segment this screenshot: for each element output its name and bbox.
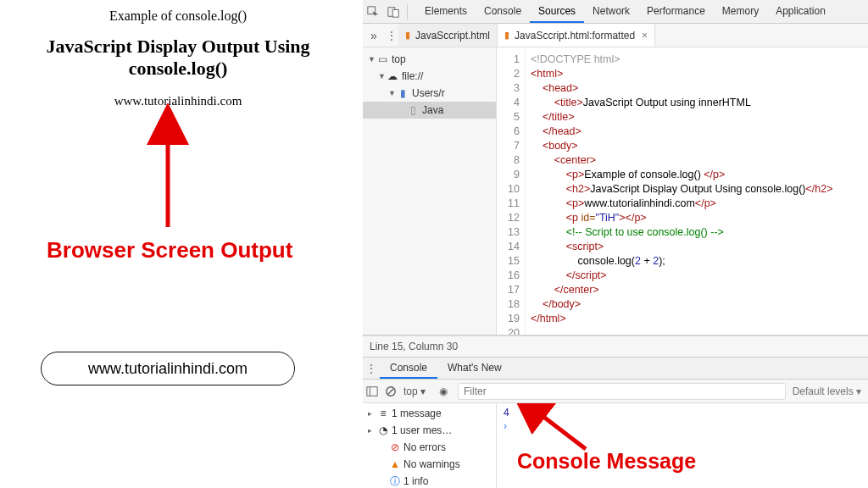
clear-console-icon[interactable] <box>385 385 397 397</box>
editor-status-bar: Line 15, Column 30 <box>363 336 868 358</box>
console-value: 4 <box>504 407 861 419</box>
message-sidebar: ▸≡1 message▸◔1 user mes…⊘No errors▲No wa… <box>363 403 497 488</box>
cloud-icon: ☁ <box>387 70 398 82</box>
nav-file[interactable]: ▯Java <box>363 102 496 119</box>
devtools-main-tabs: ElementsConsoleSourcesNetworkPerformance… <box>416 0 834 23</box>
context-select[interactable]: top ▾ <box>403 385 426 397</box>
nav-menu-icon[interactable]: ⋮ <box>385 30 398 42</box>
drawer-tabs: ⋮ ConsoleWhat's New <box>363 358 868 380</box>
page-url: www.tutorialinhindi.com <box>0 94 356 108</box>
msg-row[interactable]: ▲No warnings <box>363 456 496 473</box>
divider <box>407 4 408 19</box>
nav-more-icon[interactable]: » <box>363 29 385 42</box>
tab-memory[interactable]: Memory <box>714 0 767 23</box>
drawer-tab-console[interactable]: Console <box>380 358 437 379</box>
nav-top[interactable]: ▼▭top <box>363 51 496 68</box>
tab-application[interactable]: Application <box>767 0 834 23</box>
inspect-icon[interactable] <box>366 5 380 19</box>
sources-body: ▼▭top ▼☁file:// ▼▮Users/r ▯Java 12345678… <box>363 47 868 336</box>
console-prompt[interactable]: › <box>504 420 861 432</box>
tab-sources[interactable]: Sources <box>530 0 584 23</box>
code-lines: <!DOCTYPE html><html> <head> <title>Java… <box>526 47 832 335</box>
nav-folder[interactable]: ▼▮Users/r <box>363 85 496 102</box>
svg-line-9 <box>388 388 394 394</box>
tab-elements[interactable]: Elements <box>416 0 476 23</box>
browser-output-pane: Example of console.log() JavaScript Disp… <box>0 0 356 488</box>
devtools-top-bar: ElementsConsoleSourcesNetworkPerformance… <box>363 0 868 24</box>
console-body: ▸≡1 message▸◔1 user mes…⊘No errors▲No wa… <box>363 403 868 488</box>
msg-row[interactable]: ⓘ1 info <box>363 473 496 488</box>
devtools-panel: ElementsConsoleSourcesNetworkPerformance… <box>363 0 868 488</box>
console-sidebar-toggle-icon[interactable] <box>366 385 378 397</box>
code-editor[interactable]: 1234567891011121314151617181920 <!DOCTYP… <box>497 47 868 335</box>
example-paragraph: Example of console.log() <box>0 8 356 24</box>
file-icon: ▯ <box>407 104 419 116</box>
folder-icon: ▮ <box>397 87 409 99</box>
line-gutter: 1234567891011121314151617181920 <box>497 47 526 335</box>
file-navigator: ▼▭top ▼☁file:// ▼▮Users/r ▯Java <box>363 47 497 335</box>
file-tab[interactable]: ▮JavaSccript.html:formatted× <box>498 24 655 47</box>
watermark-pill: www.tutorialinhindi.com <box>41 352 295 385</box>
page-heading: JavaScript Display Output Using console.… <box>0 36 356 80</box>
tab-console[interactable]: Console <box>476 0 530 23</box>
file-icon: ▮ <box>405 30 410 41</box>
eye-icon[interactable]: ◉ <box>439 385 448 397</box>
drawer-tab-what-s-new[interactable]: What's New <box>437 358 512 379</box>
drawer-menu-icon[interactable]: ⋮ <box>363 363 380 374</box>
svg-rect-6 <box>367 386 377 396</box>
tab-performance[interactable]: Performance <box>638 0 714 23</box>
filter-input[interactable] <box>458 383 786 400</box>
close-icon[interactable]: × <box>642 30 648 42</box>
console-output: 4 › <box>497 403 868 488</box>
msg-row[interactable]: ⊘No errors <box>363 439 496 456</box>
device-toggle-icon[interactable] <box>387 5 400 19</box>
sources-file-strip: » ⋮ ▮JavaSccript.html▮JavaSccript.html:f… <box>363 24 868 47</box>
file-tab[interactable]: ▮JavaSccript.html <box>398 24 498 47</box>
console-toolbar: top ▾ ◉ Default levels ▾ <box>363 380 868 403</box>
file-icon: ▮ <box>504 30 509 41</box>
log-levels-select[interactable]: Default levels ▾ <box>793 385 861 397</box>
tab-network[interactable]: Network <box>584 0 638 23</box>
msg-row[interactable]: ▸◔1 user mes… <box>363 422 496 439</box>
window-icon: ▭ <box>376 53 388 65</box>
nav-scheme[interactable]: ▼☁file:// <box>363 68 496 85</box>
msg-row[interactable]: ▸≡1 message <box>363 405 496 422</box>
svg-rect-5 <box>392 9 398 17</box>
